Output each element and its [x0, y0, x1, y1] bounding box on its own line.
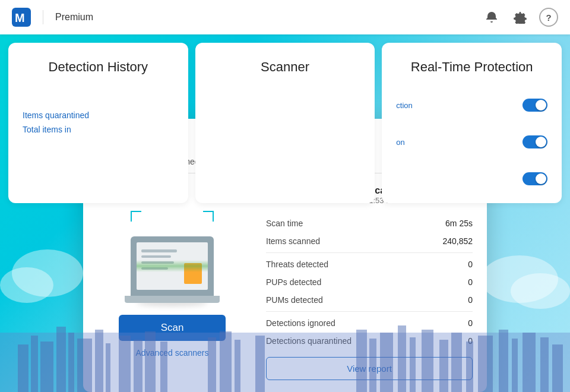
- toggle-row-3: [396, 172, 547, 185]
- svg-rect-26: [478, 336, 493, 392]
- svg-rect-5: [68, 333, 74, 392]
- svg-rect-25: [466, 342, 473, 392]
- svg-rect-9: [119, 336, 131, 392]
- doc-line-1: [141, 249, 177, 252]
- scanner-card-title: Scanner: [210, 55, 361, 75]
- detection-history-content: Items quarantined Total items in: [23, 110, 174, 134]
- svg-rect-6: [77, 339, 92, 392]
- header-icons: ?: [482, 8, 558, 27]
- doc-line-2: [141, 255, 171, 258]
- cards-row: Detection History Items quarantined Tota…: [8, 43, 562, 203]
- stat-value-scan-time: 6m 25s: [445, 219, 473, 228]
- svg-rect-22: [422, 330, 433, 392]
- toggle-label-1: ction: [396, 101, 412, 110]
- svg-rect-20: [398, 325, 406, 392]
- svg-rect-24: [451, 333, 462, 392]
- stat-value-threats: 0: [468, 260, 473, 269]
- toggle-1[interactable]: [522, 99, 547, 112]
- svg-rect-31: [552, 344, 563, 392]
- bell-icon: [485, 11, 498, 24]
- svg-rect-16: [255, 336, 265, 392]
- corner-tr: [203, 211, 214, 222]
- gear-icon: [514, 11, 527, 24]
- svg-rect-17: [356, 330, 367, 392]
- stat-value-items-scanned: 240,852: [442, 236, 473, 246]
- stat-row-scan-time: Scan time 6m 25s: [266, 214, 473, 232]
- stat-row-threats: Threats detected 0: [266, 255, 473, 273]
- toggle-3[interactable]: [522, 172, 547, 185]
- detection-history-title: Detection History: [23, 55, 174, 75]
- stat-row-items-scanned: Items scanned 240,852: [266, 232, 473, 250]
- stat-label-items-scanned: Items scanned: [266, 236, 320, 246]
- realtime-card[interactable]: Real-Time Protection ction on: [382, 43, 562, 203]
- svg-rect-1: [18, 344, 28, 392]
- items-quarantined-link[interactable]: Items quarantined: [23, 110, 174, 120]
- gear-button[interactable]: [511, 8, 530, 27]
- stat-label-scan-time: Scan time: [266, 219, 303, 228]
- svg-rect-11: [145, 331, 156, 392]
- toggle-row-1: ction: [396, 99, 547, 112]
- toggle-row-2: on: [396, 135, 547, 148]
- svg-rect-12: [160, 342, 167, 392]
- svg-text:M: M: [15, 11, 25, 24]
- svg-rect-21: [410, 337, 416, 392]
- svg-rect-13: [208, 337, 216, 392]
- scanner-card[interactable]: Scanner: [195, 43, 375, 203]
- svg-rect-8: [106, 343, 110, 392]
- svg-rect-3: [40, 342, 53, 392]
- city-skyline: [0, 273, 570, 392]
- svg-rect-7: [95, 330, 103, 392]
- svg-rect-27: [499, 330, 508, 392]
- app-title: Premium: [55, 12, 93, 23]
- total-items-link[interactable]: Total items in: [23, 125, 174, 134]
- toggle-2[interactable]: [522, 135, 547, 148]
- svg-rect-18: [369, 339, 376, 392]
- svg-rect-10: [134, 340, 142, 392]
- svg-rect-30: [540, 337, 549, 392]
- malwarebytes-logo: M: [12, 8, 31, 27]
- svg-rect-19: [380, 333, 393, 392]
- corner-tl: [131, 211, 141, 222]
- svg-rect-29: [522, 333, 536, 392]
- logo: M Premium: [12, 8, 93, 27]
- bell-button[interactable]: [482, 8, 501, 27]
- svg-rect-28: [512, 339, 518, 392]
- svg-rect-14: [220, 331, 232, 392]
- stat-divider-1: [266, 252, 473, 253]
- svg-rect-4: [56, 327, 66, 392]
- realtime-title: Real-Time Protection: [396, 55, 547, 75]
- header-divider: [43, 10, 43, 24]
- svg-rect-23: [439, 340, 448, 392]
- svg-rect-2: [31, 336, 38, 392]
- help-button[interactable]: ?: [539, 8, 558, 27]
- svg-rect-15: [235, 340, 240, 392]
- stat-label-threats: Threats detected: [266, 260, 328, 269]
- scan-beam: [137, 260, 208, 272]
- header: M Premium ?: [0, 0, 570, 34]
- detection-history-card[interactable]: Detection History Items quarantined Tota…: [8, 43, 188, 203]
- toggle-label-2: on: [396, 138, 404, 147]
